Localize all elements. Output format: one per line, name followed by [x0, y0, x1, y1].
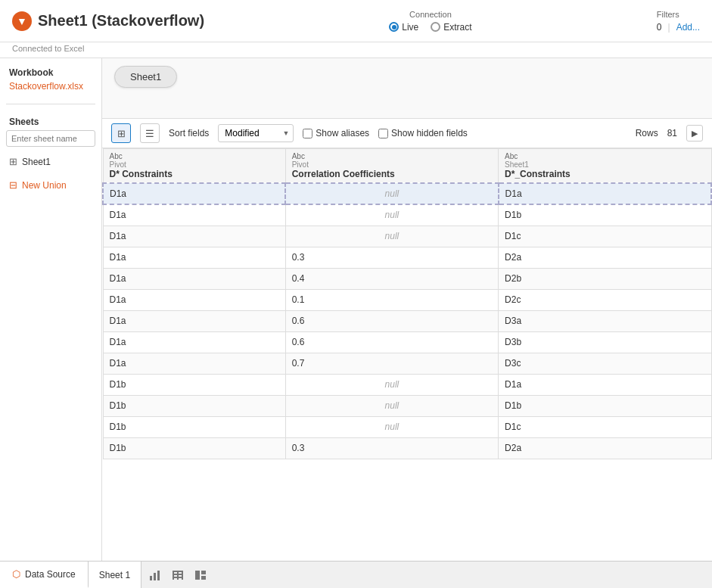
sort-select[interactable]: Modified Name Type — [218, 124, 294, 142]
extract-radio-dot — [431, 22, 440, 32]
col3-source: Sheet1 — [505, 160, 704, 169]
cell-r6-c1: 0.6 — [285, 310, 498, 331]
cell-r11-c1: null — [285, 416, 498, 437]
header-left: ▼ Sheet1 (Stackoverflow) — [12, 11, 204, 31]
null-value: null — [292, 422, 492, 432]
null-value: null — [292, 188, 491, 199]
live-radio[interactable]: Live — [389, 22, 418, 33]
cell-r0-c0: D1a — [103, 183, 285, 204]
table-row: D1bnullD1a — [103, 374, 711, 395]
sidebar: Workbook Stackoverflow.xlsx Sheets ⊞ She… — [0, 58, 102, 561]
page-title: Sheet1 (Stackoverflow) — [38, 12, 204, 30]
grid-view-button[interactable]: ⊞ — [111, 123, 131, 143]
cell-r9-c2: D1a — [499, 374, 711, 395]
cell-r7-c0: D1a — [103, 331, 285, 353]
cell-r11-c2: D1c — [499, 416, 711, 437]
list-view-button[interactable]: ☰ — [140, 123, 160, 143]
sort-select-wrap: Modified Name Type — [218, 124, 294, 142]
back-icon[interactable]: ▼ — [12, 11, 32, 31]
datasource-tab[interactable]: ⬡ Data Source — [0, 562, 89, 588]
rows-label: Rows — [636, 128, 658, 138]
table-grid-icon-btn[interactable] — [167, 565, 188, 586]
col1-source: Pivot — [110, 160, 279, 169]
filters-count: 0 — [657, 22, 662, 33]
cell-r0-c2: D1a — [499, 183, 711, 204]
sheets-section: Sheets — [6, 117, 95, 147]
svg-rect-2 — [157, 571, 160, 580]
cell-r0-c1: null — [285, 183, 498, 204]
cell-r5-c0: D1a — [103, 289, 285, 310]
col-header-3: Abc Sheet1 D*_Constraints — [499, 149, 711, 184]
table-row: D1bnullD1b — [103, 395, 711, 416]
sheet1-bottom-tab[interactable]: Sheet 1 — [89, 562, 141, 588]
rows-next-button[interactable]: ▶ — [686, 125, 703, 142]
workbook-section: Workbook Stackoverflow.xlsx — [6, 67, 95, 92]
sidebar-item-sheet1[interactable]: ⊞ Sheet1 — [6, 153, 95, 170]
live-label: Live — [402, 22, 418, 33]
show-hidden-checkbox[interactable] — [378, 129, 388, 138]
sheet-tag-label: Sheet1 — [130, 71, 161, 82]
col1-type: Abc — [110, 152, 279, 160]
cell-r8-c0: D1a — [103, 353, 285, 374]
cell-r2-c2: D1c — [499, 226, 711, 247]
main-content: Workbook Stackoverflow.xlsx Sheets ⊞ She… — [0, 58, 712, 561]
sidebar-item-sheet1-label: Sheet1 — [22, 157, 51, 167]
filters-add-link[interactable]: Add... — [676, 22, 700, 33]
col1-name: D* Constraints — [110, 169, 279, 179]
col3-type: Abc — [505, 152, 704, 160]
cell-r12-c0: D1b — [103, 437, 285, 459]
data-table: Abc Pivot D* Constraints Abc Pivot Corre… — [102, 148, 712, 459]
show-aliases-checkbox[interactable] — [303, 129, 312, 138]
filters-row: 0 | Add... — [657, 22, 700, 33]
col2-type: Abc — [292, 152, 492, 160]
layout-icon — [194, 570, 207, 580]
sheet-search-input[interactable] — [6, 130, 95, 147]
show-aliases-label: Show aliases — [316, 128, 369, 138]
cell-r3-c2: D2a — [499, 247, 711, 268]
header: ▼ Sheet1 (Stackoverflow) Connection Live… — [0, 0, 712, 42]
layout-icon-btn[interactable] — [190, 565, 211, 586]
sidebar-item-new-union[interactable]: ⊟ New Union — [6, 176, 95, 194]
cell-r8-c1: 0.7 — [285, 353, 498, 374]
cell-r5-c2: D2c — [499, 289, 711, 310]
filters-label: Filters — [657, 10, 679, 19]
cell-r4-c0: D1a — [103, 268, 285, 289]
cell-r8-c2: D3c — [499, 353, 711, 374]
cell-r4-c2: D2b — [499, 268, 711, 289]
col-header-1: Abc Pivot D* Constraints — [103, 149, 285, 184]
cell-r3-c0: D1a — [103, 247, 285, 268]
null-value: null — [292, 400, 492, 411]
col3-name: D*_Constraints — [505, 169, 704, 179]
table-row: D1b0.3D2a — [103, 437, 711, 459]
table-row: D1a0.7D3c — [103, 353, 711, 374]
col2-name: Correlation Coefficients — [292, 169, 492, 179]
toolbar: ⊞ ☰ Sort fields Modified Name Type Show … — [102, 119, 712, 148]
sheets-title: Sheets — [6, 117, 95, 127]
show-hidden-checkbox-label[interactable]: Show hidden fields — [378, 128, 468, 138]
null-value: null — [292, 210, 492, 220]
extract-radio[interactable]: Extract — [431, 22, 471, 33]
cell-r3-c1: 0.3 — [285, 247, 498, 268]
cell-r6-c2: D3a — [499, 310, 711, 331]
sidebar-divider — [6, 104, 95, 104]
bottom-icon-tabs — [145, 562, 211, 588]
table-row: D1a0.6D3b — [103, 331, 711, 353]
chart-bar-icon-btn[interactable] — [145, 565, 166, 586]
sheet-tag-sheet1[interactable]: Sheet1 — [114, 66, 177, 88]
live-radio-dot — [389, 22, 399, 32]
cell-r1-c0: D1a — [103, 204, 285, 226]
svg-rect-0 — [150, 576, 152, 580]
sort-label: Sort fields — [169, 128, 209, 138]
col-header-2: Abc Pivot Correlation Coefficients — [285, 149, 498, 184]
data-area: Sheet1 ⊞ ☰ Sort fields Modified Name Typ… — [102, 58, 712, 561]
connection-options: Live Extract — [389, 22, 471, 33]
table-row: D1a0.6D3a — [103, 310, 711, 331]
cell-r7-c2: D3b — [499, 331, 711, 353]
workbook-link[interactable]: Stackoverflow.xlsx — [6, 81, 83, 92]
table-row: D1a0.4D2b — [103, 268, 711, 289]
chart-bar-icon — [149, 570, 161, 580]
svg-rect-1 — [154, 573, 156, 580]
show-aliases-checkbox-label[interactable]: Show aliases — [303, 128, 369, 138]
cell-r9-c0: D1b — [103, 374, 285, 395]
bottom-bar: ⬡ Data Source Sheet 1 — [0, 561, 712, 588]
